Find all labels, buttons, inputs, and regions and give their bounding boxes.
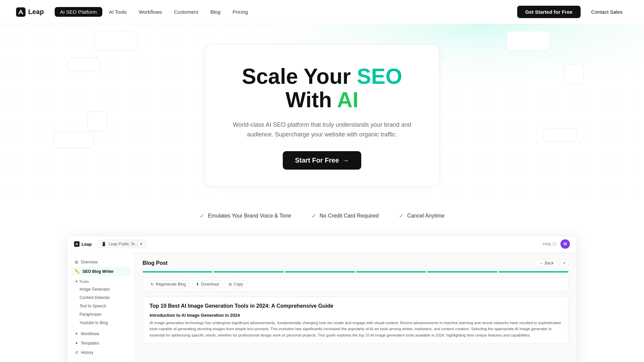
floating-card-6 [543,128,577,141]
demo-breadcrumb[interactable]: 📱 Leap Public Te... ▾ [97,240,147,248]
progress-seg-6 [499,271,569,273]
feature-label-3: Cancel Anytime [407,213,444,219]
logo-text: Leap [28,8,44,16]
copy-button[interactable]: ⧉ Copy [225,280,247,288]
demo-content-header: Blog Post ← Back × [143,259,569,267]
sidebar-seo-blog-label: SEO Blog Writer [83,269,114,274]
progress-seg-2 [214,271,283,273]
cta-arrow: → [342,157,349,164]
blog-body-text: AI image generation technology has under… [150,320,561,338]
seo-blog-icon: ✏️ [75,269,80,274]
youtube-to-blog-label: Youtube to Blog [79,320,108,325]
hero-subtitle: World-class AI SEO platform that truly u… [232,120,412,139]
nav-left: Leap AI SEO Platform AI Tools Workflows … [16,7,253,17]
floating-card-5 [54,131,94,148]
demo-logo-icon [74,241,79,247]
sidebar-overview-label: Overview [81,260,98,264]
demo-content-title: Blog Post [143,260,168,266]
nav-link-workflows[interactable]: Workflows [133,7,167,17]
download-label: Download [201,282,219,287]
logo[interactable]: Leap [16,7,44,17]
tools-section-icon: ✦ [75,279,79,284]
nav-link-blog[interactable]: Blog [205,7,226,17]
regenerate-blog-button[interactable]: ↻ Regenerate Blog [147,280,190,288]
feature-item-3: ✓ Cancel Anytime [399,212,444,220]
content-detector-label: Content Detector [79,295,110,300]
demo-close-button[interactable]: × [560,259,569,267]
hero-card: Scale Your SEO With AI World-class AI SE… [205,44,439,187]
check-icon-1: ✓ [200,212,205,220]
demo-topbar-left: Leap 📱 Leap Public Te... ▾ [74,240,147,248]
demo-back-button[interactable]: ← Back [536,259,557,267]
sidebar-item-workflows[interactable]: ✦ Workflows [71,329,130,338]
demo-help: Help ⓘ [543,241,556,247]
sidebar-item-content-detector[interactable]: Content Detector [71,294,130,302]
demo-body: ⊞ Overview ✏️ SEO Blog Writer ✦ Tools Im… [67,252,577,362]
sidebar-item-templates[interactable]: ✦ Templates [71,339,130,348]
progress-seg-5 [427,271,497,273]
demo-sidebar: ⊞ Overview ✏️ SEO Blog Writer ✦ Tools Im… [67,252,135,362]
sidebar-item-text-to-speech[interactable]: Text to Speech [71,302,130,310]
check-icon-2: ✓ [311,212,316,220]
image-generator-label: Image Generator [79,287,110,292]
sidebar-item-paraphraser[interactable]: Paraphraser [71,310,130,318]
sidebar-item-seo-blog-writer[interactable]: ✏️ SEO Blog Writer [71,267,130,276]
demo-progress-bar [143,271,569,273]
sidebar-item-image-generator[interactable]: Image Generator [71,285,130,293]
download-icon: ⬇ [196,282,199,287]
demo-content-actions: ← Back × [536,259,569,267]
demo-action-bar: ↻ Regenerate Blog ⬇ Download ⧉ Copy [143,277,569,291]
start-free-label: Start For Free [295,157,339,164]
start-free-button[interactable]: Start For Free → [283,151,361,170]
nav-link-ai-seo[interactable]: AI SEO Platform [55,7,102,17]
svg-rect-4 [74,241,79,247]
hero-title-part2: With [285,88,337,112]
sidebar-item-overview[interactable]: ⊞ Overview [71,258,130,266]
sidebar-tools-label: Tools [79,280,89,284]
regenerate-icon: ↻ [151,282,154,287]
demo-avatar: M [560,239,570,249]
blog-content: Top 10 Best AI Image Generation Tools in… [143,297,569,344]
copy-label: Copy [233,282,243,287]
overview-icon: ⊞ [75,260,78,264]
hero-title-part1: Scale Your [242,64,357,88]
sidebar-item-youtube-to-blog[interactable]: Youtube to Blog [71,319,130,327]
floating-card-4 [87,111,107,131]
demo-breadcrumb-icon: 📱 [101,242,106,246]
nav-link-pricing[interactable]: Pricing [227,7,253,17]
svg-rect-0 [16,7,25,17]
demo-main: Blog Post ← Back × [135,252,577,362]
back-arrow: ← [539,261,543,265]
sidebar-tools-section: ✦ Tools [71,277,130,285]
demo-wrapper: Leap 📱 Leap Public Te... ▾ Help ⓘ M ⊞ Ov… [67,236,577,362]
nav-right: Get Started for Free Contact Sales [517,6,628,18]
download-button[interactable]: ⬇ Download [192,280,222,288]
back-label: Back [545,261,554,265]
blog-intro-title: Introduction to AI Image Generation in 2… [150,313,561,318]
feature-item-1: ✓ Emulates Your Brand Voice & Tone [200,212,291,220]
demo-avatar-letter: M [564,242,567,246]
demo-topbar: Leap 📱 Leap Public Te... ▾ Help ⓘ M [67,236,577,252]
blog-title: Top 10 Best AI Image Generation Tools in… [150,302,561,310]
demo-brand-text: Leap [82,242,92,247]
paraphraser-label: Paraphraser [79,312,102,317]
sidebar-workflows-label: Workflows [81,331,99,336]
sidebar-item-history[interactable]: ↺ History [71,348,130,357]
nav-link-ai-tools[interactable]: AI Tools [104,7,132,17]
floating-card-2 [506,31,550,51]
progress-seg-3 [285,271,355,273]
nav-link-customers[interactable]: Customers [169,7,204,17]
regenerate-label: Regenerate Blog [156,282,186,287]
check-icon-3: ✓ [399,212,404,220]
floating-card-1 [94,31,138,51]
get-started-button[interactable]: Get Started for Free [517,6,581,18]
hero-title-ai: AI [337,88,359,112]
contact-sales-button[interactable]: Contact Sales [586,6,628,18]
feature-item-2: ✓ No Credit Card Required [311,212,379,220]
demo-breadcrumb-arrow: ▾ [140,242,142,246]
floating-card-7 [564,64,584,84]
feature-label-1: Emulates Your Brand Voice & Tone [208,213,291,219]
sidebar-history-label: History [81,350,93,355]
sidebar-templates-label: Templates [81,341,99,346]
feature-label-2: No Credit Card Required [320,213,379,219]
